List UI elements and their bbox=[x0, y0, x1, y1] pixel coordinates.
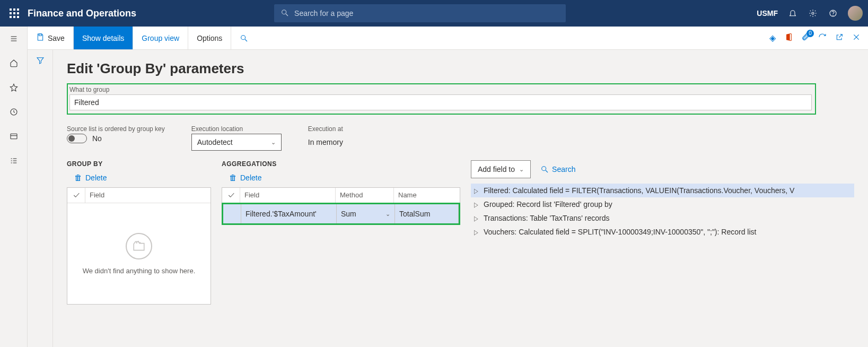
group-view-tab[interactable]: Group view bbox=[133, 27, 188, 49]
svg-rect-9 bbox=[11, 134, 17, 138]
ordered-toggle[interactable] bbox=[67, 134, 87, 143]
svg-point-25 bbox=[542, 167, 546, 171]
datasource-panel: Add field to ⌄ Search ▷ Filtered: bbox=[471, 160, 854, 239]
refresh-icon[interactable] bbox=[818, 33, 827, 44]
trash-icon: 🗑 bbox=[74, 173, 82, 182]
search-icon bbox=[280, 8, 289, 19]
empty-folder-icon bbox=[126, 233, 152, 259]
agg-method-dropdown[interactable]: Sum ⌄ bbox=[337, 204, 395, 223]
aggregations-section: AGGREGATIONS 🗑 Delete Field Meth bbox=[222, 160, 460, 225]
chevron-down-icon: ⌄ bbox=[271, 139, 276, 146]
close-icon[interactable] bbox=[852, 33, 861, 44]
select-all-checkbox[interactable] bbox=[67, 188, 85, 203]
add-field-to-button[interactable]: Add field to ⌄ bbox=[471, 160, 531, 178]
brand-title: Finance and Operations bbox=[28, 8, 136, 19]
workspaces-icon[interactable] bbox=[8, 131, 20, 142]
attachments-icon[interactable]: 0 bbox=[801, 33, 810, 44]
datasource-tree: ▷ Filtered: Calculated field = FILTER(Tr… bbox=[471, 184, 854, 239]
show-details-tab[interactable]: Show details bbox=[74, 27, 133, 49]
header-right: USMF bbox=[757, 6, 863, 21]
highlight-what-to-group: What to group Filtered bbox=[67, 83, 816, 115]
global-search-input[interactable]: Search for a page bbox=[274, 4, 566, 22]
what-to-group-label: What to group bbox=[69, 86, 812, 93]
star-icon[interactable] bbox=[8, 82, 20, 93]
select-all-checkbox[interactable] bbox=[222, 188, 240, 203]
tree-item[interactable]: ▷ Transactions: Table 'TaxTrans' records bbox=[471, 211, 854, 225]
svg-point-18 bbox=[241, 35, 246, 39]
funnel-icon[interactable] bbox=[36, 56, 45, 347]
modules-icon[interactable] bbox=[8, 155, 20, 167]
tree-item[interactable]: ▷ Filtered: Calculated field = FILTER(Tr… bbox=[471, 184, 854, 197]
electronic-reporting-icon[interactable]: ◈ bbox=[769, 33, 776, 43]
groupby-col-field[interactable]: Field bbox=[85, 188, 211, 203]
recent-icon[interactable] bbox=[8, 106, 20, 118]
highlight-agg-row: Filtered.'$TaxAmount' Sum ⌄ TotalSum bbox=[222, 203, 460, 225]
filter-rail bbox=[28, 50, 53, 347]
agg-name-cell[interactable]: TotalSum bbox=[395, 204, 459, 223]
help-icon[interactable] bbox=[828, 8, 838, 19]
agg-col-method[interactable]: Method bbox=[336, 188, 394, 203]
agg-delete-button[interactable]: 🗑 Delete bbox=[229, 173, 460, 182]
tree-item[interactable]: ▷ Vouchers: Calculated field = SPLIT("IN… bbox=[471, 225, 854, 239]
gear-icon[interactable] bbox=[808, 8, 818, 19]
datasource-search-button[interactable]: Search bbox=[540, 165, 575, 174]
agg-col-name[interactable]: Name bbox=[394, 188, 460, 203]
row-checkbox[interactable] bbox=[223, 204, 241, 223]
exec-location-field: Execution location Autodetect ⌄ bbox=[191, 125, 282, 151]
aggregations-grid: Field Method Name Filtered.'$TaxAmount' … bbox=[222, 187, 460, 225]
svg-line-1 bbox=[286, 14, 288, 16]
global-header: Finance and Operations Search for a page… bbox=[0, 0, 868, 27]
save-button[interactable]: Save bbox=[28, 27, 74, 49]
svg-point-2 bbox=[812, 12, 814, 14]
search-placeholder: Search for a page bbox=[294, 9, 353, 18]
svg-point-24 bbox=[140, 242, 141, 242]
attachments-badge: 0 bbox=[806, 30, 814, 37]
app-launcher-icon[interactable] bbox=[10, 8, 19, 18]
agg-row[interactable]: Filtered.'$TaxAmount' Sum ⌄ TotalSum bbox=[223, 204, 459, 223]
svg-line-26 bbox=[546, 170, 548, 172]
svg-line-19 bbox=[245, 39, 247, 41]
ordered-field: Source list is ordered by group key No bbox=[67, 125, 165, 143]
office-icon[interactable] bbox=[784, 33, 793, 44]
bell-icon[interactable] bbox=[787, 8, 798, 19]
expand-icon[interactable]: ▷ bbox=[474, 201, 478, 208]
svg-point-23 bbox=[138, 241, 138, 241]
what-to-group-input[interactable]: Filtered bbox=[69, 94, 812, 110]
agg-col-field[interactable]: Field bbox=[240, 188, 336, 203]
action-right-group: ◈ 0 bbox=[762, 27, 868, 49]
action-search-button[interactable] bbox=[231, 27, 257, 49]
form-body: Edit 'Group By' parameters What to group… bbox=[53, 50, 868, 347]
groupby-empty: We didn't find anything to show here. bbox=[67, 203, 211, 304]
exec-location-dropdown[interactable]: Autodetect ⌄ bbox=[191, 134, 282, 151]
tree-item[interactable]: ▷ Grouped: Record list 'Filtered' group … bbox=[471, 197, 854, 211]
exec-at-value[interactable]: In memory bbox=[308, 134, 398, 151]
hamburger-icon[interactable] bbox=[8, 33, 20, 45]
svg-point-22 bbox=[136, 242, 137, 242]
save-icon bbox=[36, 33, 45, 43]
company-code[interactable]: USMF bbox=[757, 9, 778, 18]
options-tab[interactable]: Options bbox=[188, 27, 231, 49]
groupby-section: GROUP BY 🗑 Delete Field bbox=[67, 160, 211, 305]
avatar[interactable] bbox=[848, 6, 863, 21]
popout-icon[interactable] bbox=[835, 33, 844, 44]
expand-icon[interactable]: ▷ bbox=[474, 228, 478, 236]
agg-field-cell[interactable]: Filtered.'$TaxAmount' bbox=[241, 204, 337, 223]
expand-icon[interactable]: ▷ bbox=[474, 187, 478, 194]
home-icon[interactable] bbox=[8, 57, 20, 69]
groupby-delete-button[interactable]: 🗑 Delete bbox=[74, 173, 211, 182]
page-title: Edit 'Group By' parameters bbox=[67, 60, 854, 77]
svg-point-0 bbox=[282, 10, 286, 14]
action-pane: Save Show details Group view Options ◈ bbox=[28, 27, 868, 50]
ordered-value: No bbox=[92, 134, 102, 143]
trash-icon: 🗑 bbox=[229, 173, 237, 182]
svg-rect-17 bbox=[39, 34, 41, 36]
exec-at-field: Execution at In memory bbox=[308, 125, 398, 151]
expand-icon[interactable]: ▷ bbox=[474, 214, 478, 222]
chevron-down-icon: ⌄ bbox=[519, 166, 524, 173]
nav-rail bbox=[0, 27, 28, 347]
chevron-down-icon: ⌄ bbox=[385, 211, 390, 218]
svg-point-4 bbox=[833, 15, 834, 16]
groupby-grid: Field We didn't find anything to show he… bbox=[67, 187, 211, 305]
